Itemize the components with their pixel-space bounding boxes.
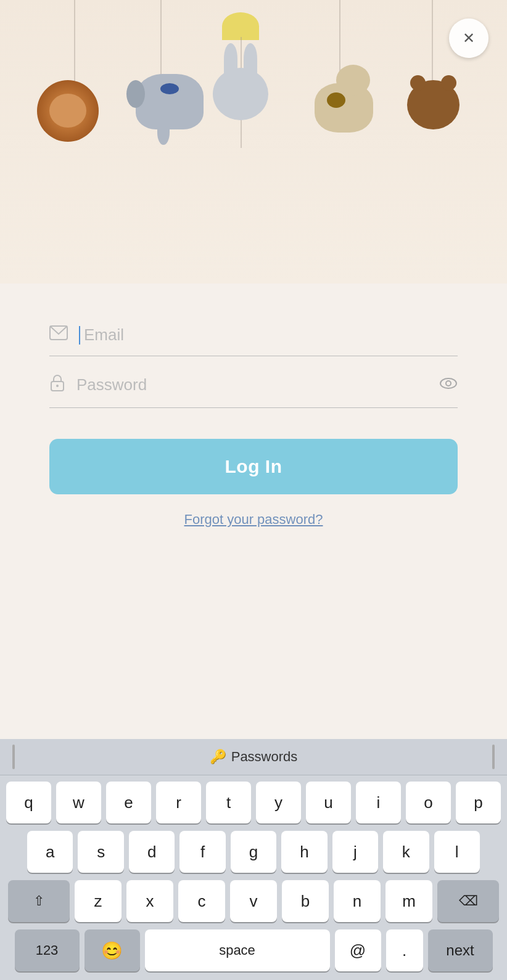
left-handle: [12, 745, 15, 769]
login-form-area: Log In Forgot your password?: [0, 284, 507, 565]
space-key[interactable]: space: [145, 929, 330, 971]
emoji-key[interactable]: 😊: [84, 929, 140, 971]
key-g[interactable]: g: [231, 831, 276, 873]
key-f[interactable]: f: [179, 831, 225, 873]
forgot-password-link[interactable]: Forgot your password?: [49, 512, 458, 528]
delete-key[interactable]: ⌫: [437, 880, 499, 922]
key-w[interactable]: w: [56, 782, 101, 823]
key-m[interactable]: m: [385, 880, 432, 922]
key-h[interactable]: h: [281, 831, 327, 873]
keyboard-row-4: 123 😊 space @ . next: [4, 926, 503, 975]
lock-icon: [49, 374, 65, 396]
toy-elephant: [136, 74, 204, 129]
key-o[interactable]: o: [406, 782, 451, 823]
period-key[interactable]: .: [386, 929, 423, 971]
key-r[interactable]: r: [156, 782, 201, 823]
toy-rabbit: [213, 68, 268, 120]
key-v[interactable]: v: [230, 880, 277, 922]
key-i[interactable]: i: [356, 782, 401, 823]
email-icon: [49, 325, 68, 345]
toy-lion: [37, 80, 99, 142]
login-button[interactable]: Log In: [49, 439, 458, 494]
key-l[interactable]: l: [434, 831, 480, 873]
right-handle: [492, 745, 495, 769]
key-b[interactable]: b: [282, 880, 329, 922]
svg-point-3: [440, 378, 456, 388]
shift-key[interactable]: ⇧: [8, 880, 70, 922]
show-password-icon[interactable]: [439, 375, 458, 394]
svg-point-4: [446, 381, 451, 386]
key-e[interactable]: e: [106, 782, 151, 823]
key-z[interactable]: z: [75, 880, 122, 922]
key-c[interactable]: c: [178, 880, 225, 922]
keyboard-row-2: a s d f g h j k l: [4, 827, 503, 876]
passwords-bar: 🔑 Passwords: [0, 739, 507, 775]
email-input-group: [49, 314, 458, 356]
toy-teddy: [407, 80, 460, 129]
keyboard-rows: q w e r t y u i o p a s d f g h j k l ⇧ …: [0, 775, 507, 980]
key-q[interactable]: q: [6, 782, 51, 823]
key-u[interactable]: u: [306, 782, 351, 823]
key-t[interactable]: t: [206, 782, 251, 823]
numbers-key[interactable]: 123: [15, 929, 80, 971]
key-a[interactable]: a: [27, 831, 73, 873]
password-input[interactable]: [76, 375, 439, 394]
key-k[interactable]: k: [383, 831, 429, 873]
keyboard: 🔑 Passwords q w e r t y u i o p a s d f …: [0, 739, 507, 980]
next-key[interactable]: next: [428, 929, 493, 971]
keyboard-row-1: q w e r t y u i o p: [4, 778, 503, 827]
key-n[interactable]: n: [334, 880, 381, 922]
key-j[interactable]: j: [332, 831, 378, 873]
key-d[interactable]: d: [129, 831, 175, 873]
password-input-group: [49, 362, 458, 408]
email-input[interactable]: [84, 325, 458, 345]
toy-cow: [315, 83, 373, 133]
key-s[interactable]: s: [78, 831, 123, 873]
keyboard-row-3: ⇧ z x c v b n m ⌫: [4, 876, 503, 926]
key-p[interactable]: p: [456, 782, 501, 823]
svg-point-2: [56, 385, 59, 387]
passwords-label[interactable]: 🔑 Passwords: [210, 749, 298, 765]
at-key[interactable]: @: [335, 929, 381, 971]
key-x[interactable]: x: [126, 880, 173, 922]
close-button[interactable]: ✕: [449, 18, 488, 58]
key-y[interactable]: y: [256, 782, 301, 823]
cursor: [79, 326, 80, 345]
key-icon: 🔑: [210, 749, 226, 765]
